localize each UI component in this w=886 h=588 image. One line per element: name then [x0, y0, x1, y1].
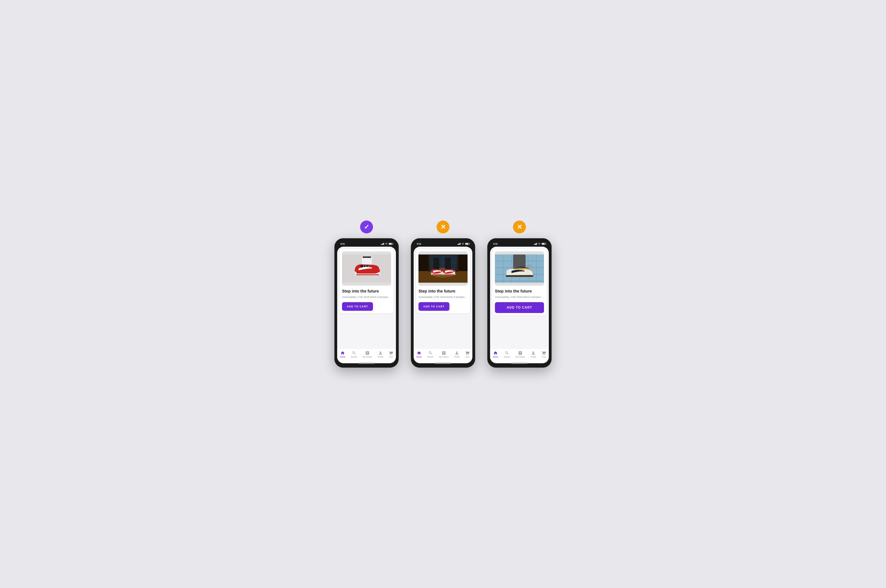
bottom-nav-1: Home Search My Orders Profile [337, 349, 396, 362]
orders-icon-3 [518, 351, 522, 355]
svg-rect-5 [356, 274, 379, 275]
svg-rect-20 [445, 258, 451, 271]
product-card-1: YETE [340, 249, 394, 313]
nav-search-2[interactable]: Search [427, 351, 434, 358]
search-icon-2 [428, 351, 433, 355]
phone-notch-bar-1: 9:41 [337, 241, 396, 247]
battery-icon-3 [542, 243, 546, 245]
x-badge-2: ✕ [436, 220, 450, 233]
nav-profile-label-1: Profile [378, 356, 383, 358]
home-indicator-1 [337, 362, 396, 363]
signal-bar-1 [381, 244, 382, 245]
nav-home-1[interactable]: Home [340, 351, 345, 358]
nav-cart-3[interactable]: Cart [542, 351, 546, 358]
nav-orders-3[interactable]: My Orders [516, 351, 525, 358]
x-badge-3: ✕ [513, 220, 526, 233]
search-icon-1 [352, 351, 356, 355]
page-container: ✓ 9:41 [334, 220, 552, 368]
phone-screen-2: Step into the future Vulnerability, CVE-… [414, 247, 472, 363]
nav-home-3[interactable]: Home [493, 351, 498, 358]
nav-profile-3[interactable]: Profile [531, 351, 536, 358]
add-to-cart-button-2[interactable]: ADD TO CART [418, 302, 450, 311]
nav-profile-2[interactable]: Profile [454, 351, 460, 358]
shoe-svg-2 [418, 252, 468, 286]
phone-3: 9:41 [487, 238, 552, 368]
nav-search-3[interactable]: Search [504, 351, 510, 358]
check-badge: ✓ [360, 220, 373, 233]
orders-icon-1 [365, 351, 370, 355]
nav-search-1[interactable]: Search [351, 351, 357, 358]
nav-cart-2[interactable]: Cart [465, 351, 469, 358]
svg-rect-19 [432, 274, 442, 274]
home-icon-3 [493, 351, 498, 355]
battery-icon-1 [389, 243, 393, 245]
search-icon-3 [505, 351, 509, 355]
add-to-cart-button-3[interactable]: ADD TO CART [495, 302, 544, 313]
phone-screen-3: WCES [490, 247, 549, 363]
cart-icon-1 [389, 351, 393, 355]
phone-column-3: ✕ 9:41 [487, 220, 552, 368]
product-image-1: YETE [342, 252, 391, 286]
phone-notch-2 [431, 241, 455, 246]
nav-cart-label-2: Cart [466, 356, 469, 358]
phone-notch-bar-3: 9:41 [490, 241, 549, 247]
nav-cart-label-3: Cart [542, 356, 546, 358]
status-icons-2 [457, 243, 469, 245]
signal-bar-3 [383, 243, 383, 245]
nav-search-label-1: Search [351, 356, 357, 358]
nav-orders-2[interactable]: My Orders [439, 351, 449, 358]
status-time-2: 9:41 [417, 243, 421, 245]
svg-text:YETE: YETE [365, 257, 368, 258]
status-icons-1 [381, 243, 393, 245]
phone-notch-bar-2: 9:41 [414, 241, 472, 247]
phone-screen-1: YETE [337, 247, 396, 363]
nav-cart-1[interactable]: Cart [389, 351, 393, 358]
product-title-1: Step into the future [342, 288, 391, 294]
nav-profile-label-2: Profile [454, 356, 460, 358]
nav-home-label-3: Home [493, 356, 498, 358]
product-desc-3: Vulnerability, CVE-2018-8415:A tamperi..… [495, 295, 544, 299]
signal-bars-2 [457, 243, 460, 245]
svg-rect-17 [433, 258, 439, 271]
screen-content-3: WCES [490, 247, 549, 349]
add-to-cart-button-1[interactable]: ADD TO CART [342, 302, 373, 311]
profile-icon-3 [531, 351, 536, 355]
bottom-nav-2: Home Search My Orders Profile [414, 349, 472, 362]
product-desc-1: Vulnerability, CVE-2018-8415:A tamperi..… [342, 295, 391, 299]
phone-notch-1 [355, 241, 379, 246]
product-desc-2: Vulnerability, CVE-2018-8415:A tamperi..… [418, 295, 468, 299]
phone-notch-3 [507, 241, 531, 246]
wifi-icon-3 [538, 243, 541, 245]
orders-icon-2 [442, 351, 446, 355]
nav-search-label-3: Search [504, 356, 510, 358]
nav-profile-label-3: Profile [531, 356, 536, 358]
nav-search-label-2: Search [427, 356, 434, 358]
profile-icon-1 [378, 351, 383, 355]
nav-orders-1[interactable]: My Orders [363, 351, 372, 358]
nav-home-2[interactable]: Home [417, 351, 422, 358]
wifi-icon-2 [461, 243, 464, 245]
cart-icon-3 [542, 351, 546, 355]
nav-cart-label-1: Cart [389, 356, 393, 358]
nav-orders-label-2: My Orders [439, 356, 449, 358]
cart-icon-2 [465, 351, 469, 355]
nav-profile-1[interactable]: Profile [378, 351, 383, 358]
nav-home-label-2: Home [417, 356, 422, 358]
product-image-3: WCES [495, 252, 544, 286]
battery-icon-2 [465, 243, 469, 245]
profile-icon-2 [455, 351, 459, 355]
product-card-2: Step into the future Vulnerability, CVE-… [416, 249, 470, 313]
shoe-svg-1: YETE [342, 252, 391, 286]
product-card-3: WCES [492, 249, 546, 315]
signal-bar-4 [384, 243, 384, 245]
screen-content-2: Step into the future Vulnerability, CVE-… [414, 247, 472, 349]
phone-2: 9:41 [411, 238, 475, 368]
product-title-2: Step into the future [418, 288, 468, 294]
phone-bottom-3 [490, 363, 549, 365]
phone-bottom-1 [337, 363, 396, 365]
signal-bars-3 [534, 243, 537, 245]
svg-rect-37 [506, 275, 533, 277]
screen-content-1: YETE [337, 247, 396, 349]
status-time-1: 9:41 [340, 243, 345, 245]
shoe-svg-3: WCES [495, 252, 544, 286]
